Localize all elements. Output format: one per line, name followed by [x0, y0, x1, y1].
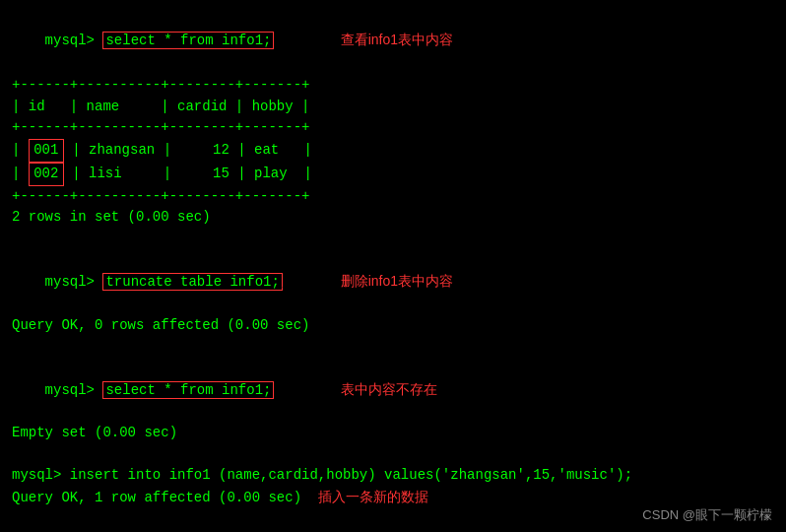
prompt1: mysql> [45, 33, 103, 48]
table1-header: | id | name | cardid | hobby | [12, 97, 774, 118]
cell-id-001: 001 [29, 139, 64, 163]
comment2: 删除info1表中内容 [341, 273, 453, 289]
prompt2: mysql> [45, 274, 103, 290]
blank2 [12, 336, 774, 358]
cmd2: truncate table info1; [102, 273, 282, 291]
cmd1: select * from info1; [102, 32, 274, 49]
prompt3: mysql> [45, 382, 103, 398]
cmd3: select * from info1; [102, 381, 274, 399]
table1-row2: | 002 | lisi | 15 | play | [12, 163, 774, 186]
line-insert: mysql> insert into info1 (name,cardid,ho… [12, 465, 774, 487]
comment3: 表中内容不存在 [341, 381, 437, 397]
blank3 [12, 444, 774, 466]
comment1: 查看info1表中内容 [341, 32, 453, 47]
cell-id-002: 002 [29, 163, 64, 186]
line-select2: mysql> select * from info1;________表中内容不… [12, 358, 774, 423]
blank1 [12, 229, 774, 250]
line-select1: mysql> select * from info1;________查看inf… [12, 8, 774, 73]
terminal-container: mysql> select * from info1;________查看inf… [12, 8, 774, 532]
line-truncate: mysql> truncate table info1;_______删除inf… [12, 250, 774, 315]
rows-count1: 2 rows in set (0.00 sec) [12, 207, 774, 229]
comment4: 插入一条新的数据 [318, 489, 428, 504]
table1-border-mid: +------+----------+--------+-------+ [12, 117, 774, 139]
query-ok1: Query OK, 0 rows affected (0.00 sec) [12, 315, 774, 337]
table1-border-top: +------+----------+--------+-------+ [12, 75, 774, 97]
footer-text: CSDN @眼下一颗柠檬 [642, 506, 772, 524]
table1-border-bot: +------+----------+--------+-------+ [12, 186, 774, 208]
table1-row1: | 001 | zhangsan | 12 | eat | [12, 139, 774, 163]
empty-set: Empty set (0.00 sec) [12, 423, 774, 444]
